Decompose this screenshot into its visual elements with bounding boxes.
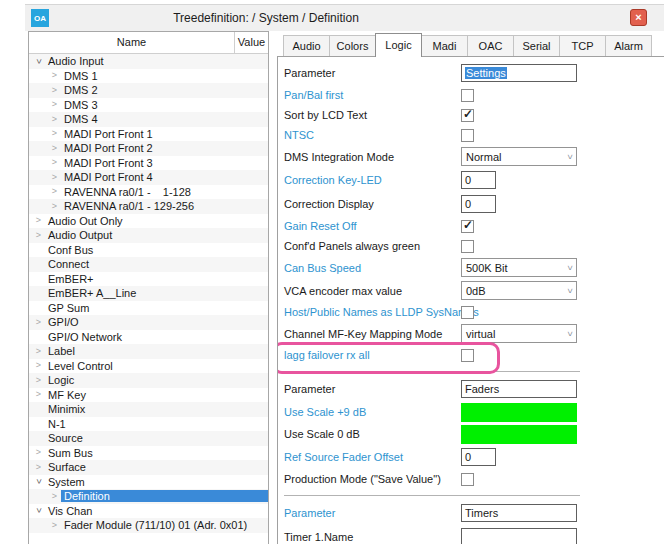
tree-item[interactable]: >Sum Bus xyxy=(29,446,268,461)
tree-item-label: Audio Out Only xyxy=(45,215,126,227)
chevron-collapsed-icon[interactable]: > xyxy=(48,156,61,169)
checkbox[interactable] xyxy=(461,109,474,122)
tree-item[interactable]: >Minimix xyxy=(29,402,268,417)
tab-alarm[interactable]: Alarm xyxy=(605,35,652,56)
chevron-collapsed-icon[interactable]: > xyxy=(48,490,61,503)
text-input[interactable]: 0 xyxy=(461,195,496,213)
tree-item[interactable]: >Logic xyxy=(29,373,268,388)
field-label: Correction Display xyxy=(284,198,461,210)
text-input[interactable]: Settings xyxy=(461,64,577,82)
tree-item[interactable]: >DMS 1 xyxy=(29,69,268,84)
tree-item[interactable]: >GPI/O xyxy=(29,315,268,330)
chevron-collapsed-icon[interactable]: > xyxy=(48,98,61,111)
tree-item[interactable]: >Connect xyxy=(29,257,268,272)
checkbox[interactable] xyxy=(461,473,474,486)
chevron-collapsed-icon[interactable]: > xyxy=(48,84,61,97)
field-row: Ref Source Fader Offset0 xyxy=(284,445,664,469)
tree-item[interactable]: >DMS 2 xyxy=(29,83,268,98)
tree-item[interactable]: >MADI Port Front 3 xyxy=(29,156,268,171)
tree-item[interactable]: >GP Sum xyxy=(29,301,268,316)
text-input[interactable]: 0 xyxy=(461,448,496,466)
checkbox[interactable] xyxy=(461,349,474,362)
tree-item[interactable]: >Audio Input xyxy=(29,54,268,69)
checkbox[interactable] xyxy=(461,220,474,233)
tree-item[interactable]: >Source xyxy=(29,431,268,446)
tree-item[interactable]: >Surface xyxy=(29,460,268,475)
tab-serial[interactable]: Serial xyxy=(513,35,560,56)
tab-oac[interactable]: OAC xyxy=(467,35,514,56)
chevron-collapsed-icon[interactable]: > xyxy=(32,388,45,401)
text-input[interactable]: 0 xyxy=(461,171,496,189)
tree-item[interactable]: >RAVENNA ra0/1 - 129-256 xyxy=(29,199,268,214)
chevron-collapsed-icon[interactable]: > xyxy=(48,519,61,532)
tree-item-label: System xyxy=(45,476,88,488)
tab-audio[interactable]: Audio xyxy=(283,35,330,56)
dropdown[interactable]: 500K Bit> xyxy=(461,258,577,277)
tree-item[interactable]: >Audio Out Only xyxy=(29,214,268,229)
text-input[interactable]: Timers xyxy=(461,504,577,522)
chevron-collapsed-icon[interactable]: > xyxy=(48,127,61,140)
dropdown-value: 0dB xyxy=(466,285,567,297)
tree-item-label: MADI Port Front 3 xyxy=(61,157,156,169)
tree-item[interactable]: >Level Control xyxy=(29,359,268,374)
chevron-collapsed-icon[interactable]: > xyxy=(32,316,45,329)
tree-item[interactable]: >N-1 xyxy=(29,417,268,432)
dropdown[interactable]: 0dB> xyxy=(461,281,577,300)
chevron-collapsed-icon[interactable]: > xyxy=(32,214,45,227)
tree-item[interactable]: >GPI/O Network xyxy=(29,330,268,345)
treedefinition-window: OA Treedefinition: / System / Definition… xyxy=(0,0,664,544)
chevron-expanded-icon[interactable]: > xyxy=(32,475,45,488)
tab-colors[interactable]: Colors xyxy=(329,35,376,56)
checkbox[interactable] xyxy=(461,89,474,102)
dropdown[interactable]: Normal> xyxy=(461,147,577,166)
tree-item[interactable]: >Label xyxy=(29,344,268,359)
checkbox[interactable] xyxy=(461,240,474,253)
tree-item[interactable]: >MADI Port Front 2 xyxy=(29,141,268,156)
text-input[interactable]: Faders xyxy=(461,380,577,398)
tree-item[interactable]: >EmBER+ A__Line xyxy=(29,286,268,301)
tree-item[interactable]: >MADI Port Front 4 xyxy=(29,170,268,185)
chevron-expanded-icon[interactable]: > xyxy=(32,55,45,68)
tree-item[interactable]: >Definition xyxy=(29,489,268,504)
tab-logic[interactable]: Logic xyxy=(375,33,422,57)
tree-item[interactable]: >Fader Module (711/10) 01 (Adr. 0x01) xyxy=(29,518,268,533)
dropdown[interactable]: virtual> xyxy=(461,324,577,343)
tree-item[interactable]: >Audio Output xyxy=(29,228,268,243)
tree-item[interactable]: >System xyxy=(29,475,268,490)
tree-item[interactable]: >Vis Chan xyxy=(29,504,268,519)
checkbox[interactable] xyxy=(461,129,474,142)
chevron-expanded-icon[interactable]: > xyxy=(32,504,45,517)
field-label: Gain Reset Off xyxy=(284,220,461,232)
chevron-collapsed-icon[interactable]: > xyxy=(32,359,45,372)
tree-item[interactable]: >MADI Port Front 1 xyxy=(29,127,268,142)
tab-tcp[interactable]: TCP xyxy=(559,35,606,56)
tree-item[interactable]: >DMS 4 xyxy=(29,112,268,127)
chevron-collapsed-icon[interactable]: > xyxy=(32,461,45,474)
checkbox[interactable] xyxy=(461,306,474,319)
text-input[interactable] xyxy=(461,528,577,544)
tree-item[interactable]: >DMS 3 xyxy=(29,98,268,113)
chevron-collapsed-icon[interactable]: > xyxy=(48,142,61,155)
tree-item-label: Audio Input xyxy=(45,55,107,67)
field-label: Production Mode ("Save Value") xyxy=(284,473,461,485)
chevron-collapsed-icon[interactable]: > xyxy=(48,200,61,213)
tree-item-label: Logic xyxy=(45,374,77,386)
column-header-name[interactable]: Name xyxy=(29,32,235,53)
tree-item[interactable]: >Conf Bus xyxy=(29,243,268,258)
tree-item-label: Surface xyxy=(45,461,89,473)
chevron-collapsed-icon[interactable]: > xyxy=(48,113,61,126)
column-header-value[interactable]: Value xyxy=(235,32,268,53)
tree-header: Name Value xyxy=(29,32,268,54)
tree-item[interactable]: >EmBER+ xyxy=(29,272,268,287)
tree-item[interactable]: >MF Key xyxy=(29,388,268,403)
chevron-collapsed-icon[interactable]: > xyxy=(48,69,61,82)
chevron-collapsed-icon[interactable]: > xyxy=(48,185,61,198)
chevron-collapsed-icon[interactable]: > xyxy=(32,374,45,387)
tree-item[interactable]: >RAVENNA ra0/1 - 1-128 xyxy=(29,185,268,200)
chevron-collapsed-icon[interactable]: > xyxy=(32,229,45,242)
chevron-collapsed-icon[interactable]: > xyxy=(32,345,45,358)
tab-madi[interactable]: Madi xyxy=(421,35,468,56)
close-icon[interactable]: × xyxy=(630,9,647,26)
chevron-collapsed-icon[interactable]: > xyxy=(48,171,61,184)
chevron-collapsed-icon[interactable]: > xyxy=(32,446,45,459)
